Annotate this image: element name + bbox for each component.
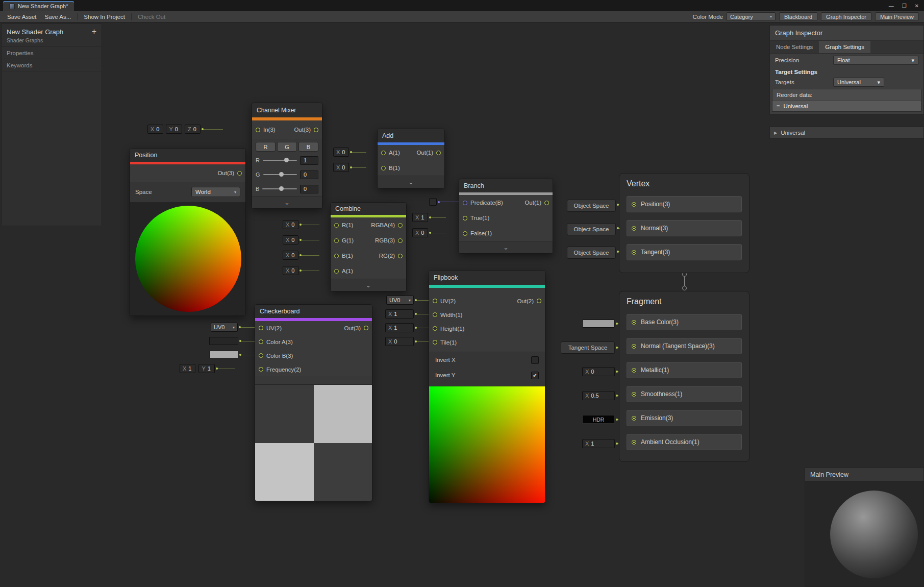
blackboard-toggle-button[interactable]: Blackboard	[779, 12, 817, 21]
port-height[interactable]	[433, 326, 437, 331]
frequency-x-field[interactable]: X1	[180, 364, 195, 373]
collapse-button[interactable]: ⌄	[459, 241, 553, 253]
normal-space-binding[interactable]: Object Space	[567, 223, 616, 235]
float-field[interactable]: X 0	[333, 163, 349, 172]
port-out[interactable]	[436, 151, 441, 155]
port-out[interactable]	[314, 128, 318, 132]
drag-handle-icon[interactable]: =	[777, 103, 780, 109]
node-position-title[interactable]: Position	[130, 149, 245, 162]
reorder-item-universal[interactable]: = Universal	[772, 100, 921, 111]
port-rgba[interactable]	[398, 223, 403, 228]
r-slider[interactable]	[263, 160, 297, 161]
float-field[interactable]: X0	[582, 367, 615, 376]
tab-graph-settings[interactable]: Graph Settings	[819, 41, 870, 53]
targets-dropdown[interactable]: Universal ▾	[833, 78, 884, 87]
r-value-field[interactable]: 1	[300, 156, 318, 165]
invert-y-checkbox[interactable]: ✔	[531, 372, 539, 379]
port-b[interactable]	[381, 166, 386, 170]
block-normal[interactable]: Normal(3)	[627, 220, 742, 236]
base-color-swatch[interactable]	[582, 320, 615, 328]
port-color-b[interactable]	[259, 353, 263, 358]
block-position[interactable]: Position(3)	[627, 196, 742, 212]
document-tab[interactable]: New Shader Graph*	[3, 1, 74, 11]
port-a[interactable]	[381, 151, 386, 155]
slider-thumb[interactable]	[279, 186, 284, 191]
port-tangent-block[interactable]	[632, 250, 636, 255]
graph-inspector-toggle-button[interactable]: Graph Inspector	[821, 12, 871, 21]
block-metallic[interactable]: Metallic(1)	[627, 362, 742, 378]
g-slider[interactable]	[263, 174, 297, 175]
color-b-swatch[interactable]	[209, 351, 238, 359]
space-dropdown[interactable]: World ▾	[191, 187, 240, 197]
float-field[interactable]: X1	[412, 213, 428, 222]
port-normal-tangent[interactable]	[632, 344, 636, 349]
float-field[interactable]: X1	[385, 309, 414, 319]
port-position-out[interactable]	[237, 171, 242, 176]
float-field[interactable]: X 0	[333, 148, 349, 157]
show-in-project-button[interactable]: Show In Project	[80, 13, 129, 21]
float-field[interactable]: X1	[385, 323, 414, 332]
add-property-button[interactable]: +	[92, 27, 96, 36]
edge-endpoint[interactable]	[682, 286, 687, 290]
color-a-swatch[interactable]	[209, 337, 238, 345]
precision-dropdown[interactable]: Float ▾	[833, 56, 918, 65]
port-smoothness[interactable]	[632, 392, 636, 397]
channel-g-button[interactable]: G	[277, 142, 297, 152]
node-combine[interactable]: Combine R(1) RGBA(4) G(1) RGB(3) B(1) RG…	[330, 202, 407, 291]
float-field[interactable]: X0	[283, 220, 298, 229]
port-normal-block[interactable]	[632, 226, 636, 231]
port-r[interactable]	[334, 223, 339, 228]
block-tangent[interactable]: Tangent(3)	[627, 244, 742, 260]
float-field[interactable]: X0	[283, 251, 298, 260]
port-metallic[interactable]	[632, 368, 636, 373]
port-tile[interactable]	[433, 340, 437, 345]
vector-y-field[interactable]: Y 0	[166, 125, 182, 134]
block-smoothness[interactable]: Smoothness(1)	[627, 386, 742, 402]
port-out[interactable]	[544, 201, 549, 205]
node-channel-mixer-title[interactable]: Channel Mixer	[252, 103, 322, 117]
channel-b-button[interactable]: B	[298, 142, 318, 152]
graph-inspector-panel[interactable]: Graph Inspector Node Settings Graph Sett…	[769, 25, 924, 115]
tangent-space-binding[interactable]: Object Space	[567, 247, 616, 259]
b-slider[interactable]	[262, 188, 297, 189]
normal-tangent-space-binding[interactable]: Tangent Space	[561, 341, 615, 354]
vertex-context[interactable]: Vertex Position(3) Normal(3) Tangent(3)	[619, 173, 750, 273]
collapse-button[interactable]: ⌄	[252, 196, 322, 208]
blackboard-section-keywords[interactable]: Keywords	[2, 59, 102, 71]
port-predicate[interactable]	[463, 201, 467, 205]
main-preview-toggle-button[interactable]: Main Preview	[875, 12, 919, 21]
port-g[interactable]	[334, 238, 339, 243]
float-field[interactable]: X0	[385, 337, 414, 346]
float-field[interactable]: X0	[283, 235, 298, 244]
predicate-checkbox[interactable]	[429, 198, 437, 206]
node-flipbook-title[interactable]: Flipbook	[429, 271, 545, 285]
node-position[interactable]: Position Out(3) Space World ▾	[130, 148, 246, 316]
save-asset-button[interactable]: Save Asset	[3, 13, 41, 21]
emission-hdr-swatch[interactable]: HDR	[582, 415, 615, 424]
port-out[interactable]	[537, 299, 541, 303]
position-space-binding[interactable]: Object Space	[567, 200, 616, 212]
channel-r-button[interactable]: R	[256, 142, 276, 152]
b-value-field[interactable]: 0	[300, 185, 318, 193]
save-as-button[interactable]: Save As...	[41, 13, 76, 21]
node-branch-title[interactable]: Branch	[459, 179, 553, 192]
node-channel-mixer[interactable]: Channel Mixer In(3) Out(3) R G B R 1 G 0…	[252, 103, 322, 209]
port-uv[interactable]	[259, 326, 263, 330]
port-rgb[interactable]	[398, 238, 403, 243]
port-true[interactable]	[463, 216, 467, 221]
node-combine-title[interactable]: Combine	[331, 203, 406, 215]
float-field[interactable]: X0	[283, 266, 298, 275]
port-in[interactable]	[256, 128, 260, 132]
port-uv[interactable]	[433, 299, 437, 303]
port-position-block[interactable]	[632, 202, 636, 207]
invert-x-checkbox[interactable]	[531, 356, 539, 364]
collapse-button[interactable]: ⌄	[378, 176, 444, 188]
port-frequency[interactable]	[259, 367, 263, 372]
vector-z-field[interactable]: Z 0	[185, 125, 201, 134]
port-false[interactable]	[463, 231, 467, 236]
node-flipbook[interactable]: Flipbook UV(2) Out(2) Width(1) Height(1)…	[429, 270, 545, 503]
port-base-color[interactable]	[632, 320, 636, 325]
node-checkerboard-title[interactable]: Checkerboard	[255, 305, 372, 318]
node-branch[interactable]: Branch Predicate(B) Out(1) True(1) False…	[459, 179, 553, 254]
port-out[interactable]	[364, 326, 368, 330]
